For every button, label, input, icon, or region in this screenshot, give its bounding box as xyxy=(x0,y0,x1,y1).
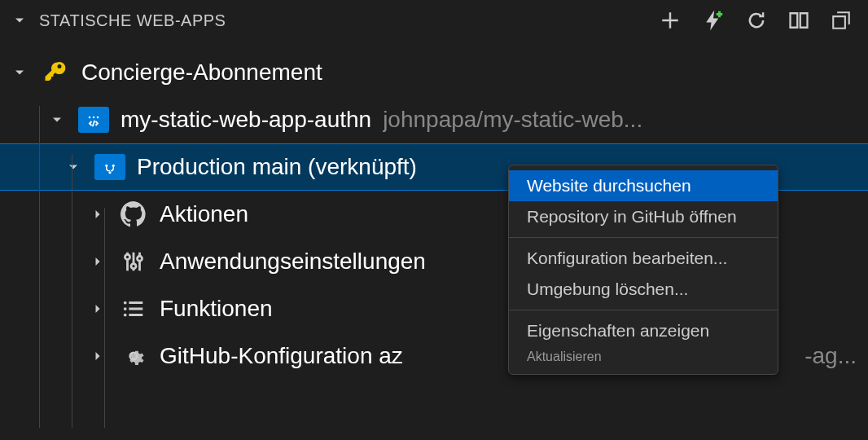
app-node[interactable]: my-static-web-app-authn johnpapa/my-stat… xyxy=(0,96,868,143)
branch-icon xyxy=(94,154,125,180)
svg-point-10 xyxy=(124,307,127,310)
menu-separator xyxy=(509,310,778,310)
svg-point-7 xyxy=(131,264,136,269)
svg-point-6 xyxy=(125,254,130,259)
chevron-down-icon xyxy=(64,159,83,175)
context-menu: Website durchsuchen Repository in GitHub… xyxy=(508,165,778,375)
chevron-down-icon[interactable] xyxy=(10,12,29,29)
svg-point-0 xyxy=(89,117,91,119)
app-label: my-static-web-app-authn xyxy=(121,107,371,133)
panel-header: STATISCHE WEB-APPS xyxy=(0,0,868,41)
subscription-label: Concierge-Abonnement xyxy=(81,59,322,86)
svg-point-11 xyxy=(124,314,127,317)
collapse-all-icon[interactable] xyxy=(831,10,852,31)
menu-edit-config[interactable]: Konfiguration bearbeiten... xyxy=(509,243,778,274)
menu-refresh[interactable]: Aktualisieren xyxy=(509,346,778,369)
book-icon[interactable] xyxy=(787,9,810,32)
actions-label: Aktionen xyxy=(160,201,248,227)
svg-point-5 xyxy=(108,171,111,174)
chevron-down-icon xyxy=(10,64,29,81)
menu-open-github[interactable]: Repository in GitHub öffnen xyxy=(509,201,778,232)
svg-point-9 xyxy=(124,301,127,305)
functions-label: Funktionen xyxy=(160,296,273,322)
refresh-icon[interactable] xyxy=(746,10,767,31)
menu-delete-env[interactable]: Umgebung löschen... xyxy=(509,274,778,305)
github-icon xyxy=(119,200,148,229)
gear-icon xyxy=(119,341,148,371)
menu-separator xyxy=(509,237,778,238)
svg-point-2 xyxy=(97,117,99,119)
add-icon[interactable] xyxy=(660,10,681,31)
environment-label: Production main (verknüpft) xyxy=(137,154,417,180)
app-settings-label: Anwendungseinstellungen xyxy=(160,249,426,275)
key-icon xyxy=(41,58,70,87)
list-icon xyxy=(119,294,148,323)
chevron-down-icon xyxy=(47,112,67,128)
subscription-node[interactable]: Concierge-Abonnement xyxy=(0,49,868,96)
truncated-text: -ag... xyxy=(804,343,857,369)
webapp-icon xyxy=(78,107,109,133)
menu-properties[interactable]: Eigenschaften anzeigen xyxy=(509,315,778,346)
repo-label: johnpapa/my-static-web... xyxy=(383,107,642,133)
svg-point-8 xyxy=(138,256,142,261)
menu-browse-site[interactable]: Website durchsuchen xyxy=(509,170,778,201)
github-config-label: GitHub-Konfiguration az xyxy=(160,343,403,369)
svg-point-1 xyxy=(93,117,95,119)
panel-title: STATISCHE WEB-APPS xyxy=(39,11,226,30)
sliders-icon xyxy=(119,247,148,276)
lightning-add-icon[interactable] xyxy=(701,8,726,33)
